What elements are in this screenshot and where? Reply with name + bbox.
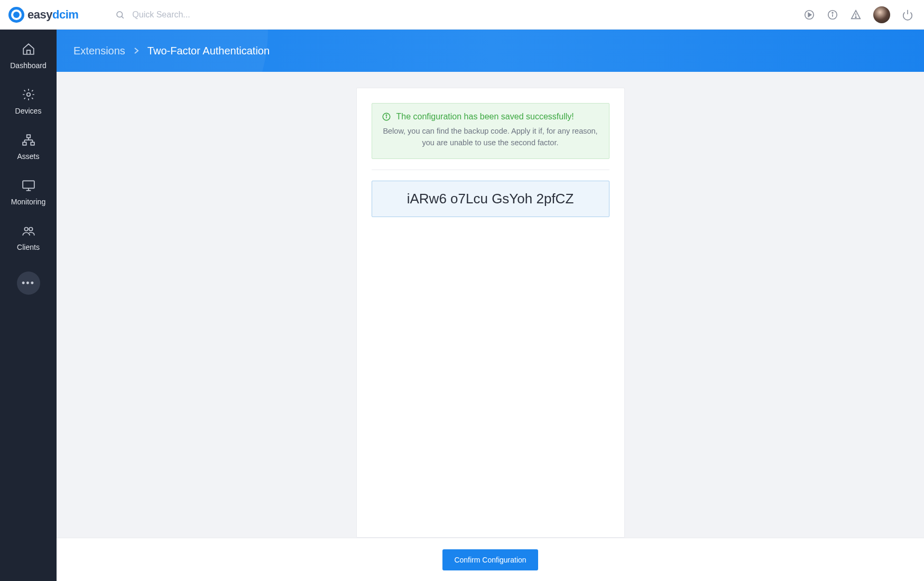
chevron-right-icon <box>134 47 139 54</box>
success-subtitle: Below, you can find the backup code. App… <box>382 126 599 149</box>
svg-rect-12 <box>23 142 26 145</box>
svg-point-8 <box>855 16 856 17</box>
home-icon <box>22 42 35 56</box>
svg-rect-11 <box>26 135 30 137</box>
search-field[interactable] <box>115 10 803 20</box>
info-icon[interactable] <box>827 9 838 21</box>
svg-line-1 <box>122 16 124 18</box>
sidebar-item-assets[interactable]: Assets <box>0 131 57 163</box>
backup-code: iARw6 o7Lcu GsYoh 2pfCZ <box>372 181 609 217</box>
svg-point-25 <box>386 115 387 116</box>
users-icon <box>22 224 35 238</box>
play-circle-icon[interactable] <box>803 9 815 21</box>
avatar[interactable] <box>873 6 890 23</box>
breadcrumb: Extensions Two-Factor Authentication <box>73 45 270 57</box>
power-icon[interactable] <box>902 9 913 21</box>
success-info-icon <box>382 112 391 121</box>
svg-rect-13 <box>31 142 34 145</box>
success-alert: The configuration has been saved success… <box>372 103 609 159</box>
brand-name: easydcim <box>27 8 78 22</box>
sidebar-item-dashboard[interactable]: Dashboard <box>0 40 57 72</box>
svg-rect-18 <box>23 181 34 188</box>
sidebar-item-monitoring[interactable]: Monitoring <box>0 176 57 208</box>
breadcrumb-parent[interactable]: Extensions <box>73 45 125 57</box>
svg-point-0 <box>117 12 123 17</box>
sidebar-item-label: Dashboard <box>10 61 47 70</box>
dots-icon: ••• <box>22 278 35 288</box>
gear-icon <box>22 88 35 101</box>
monitor-icon <box>22 179 35 192</box>
brand-mark-icon <box>8 7 24 23</box>
divider <box>372 170 609 170</box>
svg-point-21 <box>24 228 28 231</box>
topbar-actions <box>803 6 913 23</box>
sidebar-item-devices[interactable]: Devices <box>0 86 57 117</box>
sidebar-item-label: Monitoring <box>11 198 45 206</box>
confirm-configuration-button[interactable]: Confirm Configuration <box>442 549 538 570</box>
search-input[interactable] <box>132 10 344 20</box>
footer-action-bar: Confirm Configuration <box>57 538 924 581</box>
sitemap-icon <box>22 133 35 147</box>
breadcrumb-current: Two-Factor Authentication <box>147 45 270 57</box>
sidebar-item-label: Clients <box>17 243 40 251</box>
warning-icon[interactable] <box>850 9 862 21</box>
topbar: easydcim <box>0 0 924 30</box>
sidebar-item-label: Devices <box>15 107 42 115</box>
search-icon <box>115 10 125 20</box>
svg-marker-3 <box>808 13 811 16</box>
svg-point-6 <box>832 12 833 13</box>
brand-logo[interactable]: easydcim <box>8 7 78 23</box>
sidebar-item-clients[interactable]: Clients <box>0 222 57 254</box>
svg-point-10 <box>26 93 30 97</box>
svg-point-22 <box>29 228 33 231</box>
breadcrumb-bar: Extensions Two-Factor Authentication <box>57 30 924 72</box>
main-content: The configuration has been saved success… <box>57 72 924 538</box>
sidebar-item-label: Assets <box>17 152 39 161</box>
success-title: The configuration has been saved success… <box>396 112 574 121</box>
sidebar: Dashboard Devices Assets Monitoring Clie… <box>0 30 57 581</box>
config-card: The configuration has been saved success… <box>356 88 625 538</box>
sidebar-more-button[interactable]: ••• <box>17 271 40 295</box>
